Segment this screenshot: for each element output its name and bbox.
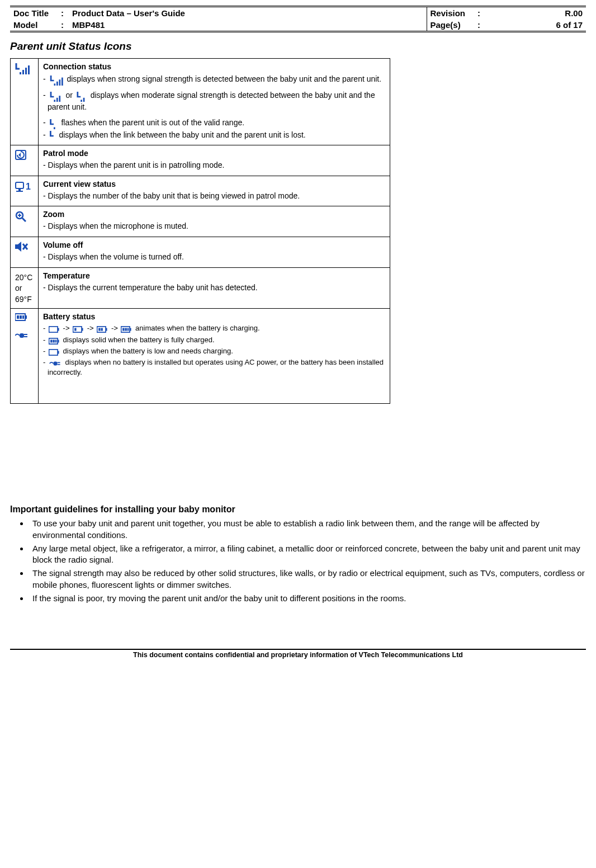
temp-line: - Displays the current temperature the b… (43, 282, 385, 294)
plug-icon (49, 360, 62, 367)
svg-rect-4 (54, 83, 55, 86)
volume-off-desc: Volume off - Displays when the volume is… (39, 237, 390, 267)
svg-marker-15 (18, 153, 21, 157)
signal-4bar-icon (15, 63, 30, 74)
svg-rect-9 (56, 98, 58, 102)
battery-2-icon (97, 326, 108, 333)
svg-rect-35 (49, 327, 58, 332)
view-status-desc: Current view status - Displays the numbe… (39, 176, 390, 206)
svg-rect-18 (16, 191, 23, 192)
svg-rect-50 (58, 339, 59, 342)
svg-rect-36 (58, 328, 59, 331)
volume-off-icon-cell (11, 237, 39, 267)
conn-line-4: - displays when the link between the bab… (43, 130, 385, 141)
temperature-icon-cell: 20°C or 69°F (11, 267, 39, 309)
view-line: - Displays the number of the baby unit t… (43, 191, 385, 202)
battery-full-icon (121, 326, 132, 333)
row-title: Connection status (43, 62, 385, 71)
connection-status-desc: Connection status - displays when strong… (39, 59, 390, 145)
svg-rect-37 (73, 327, 82, 332)
signal-3bar-icon (49, 92, 63, 102)
svg-rect-45 (130, 328, 131, 331)
svg-rect-31 (22, 315, 24, 319)
svg-rect-6 (59, 79, 60, 86)
svg-text:1: 1 (26, 182, 31, 191)
zoom-line: - Displays when the microphone is muted. (43, 221, 385, 232)
doc-header: Doc Title : Product Data – User's Guide … (10, 6, 586, 32)
svg-rect-42 (98, 328, 100, 331)
vol-line: - Displays when the volume is turned off… (43, 252, 385, 263)
conn-line-1: - displays when strong signal strength i… (43, 73, 385, 85)
status-icons-table: Connection status - displays when strong… (10, 58, 390, 404)
batt-line-1: - -> -> -> animates when the battery is … (43, 323, 385, 333)
svg-rect-3 (28, 65, 30, 74)
svg-rect-12 (83, 98, 84, 102)
signal-0bar-icon (49, 131, 56, 141)
svg-rect-5 (56, 82, 58, 86)
svg-rect-48 (127, 328, 129, 331)
plug-icon (15, 332, 29, 339)
battery-0-icon (49, 326, 60, 333)
svg-rect-2 (25, 68, 27, 74)
signal-4bar-icon (49, 76, 64, 86)
view-status-icon-cell: 1 (11, 176, 39, 206)
row-title: Current view status (43, 180, 385, 188)
conn-line-2: - or displays when moderate signal stren… (43, 89, 385, 113)
svg-rect-32 (20, 333, 24, 338)
doc-title-value: Product Data – User's Guide (69, 7, 427, 20)
battery-full-icon (15, 313, 27, 321)
svg-rect-30 (20, 315, 22, 319)
patrol-icon-cell (11, 145, 39, 176)
guideline-item: If the signal is poor, try moving the pa… (29, 593, 586, 604)
colon: : (474, 19, 485, 32)
signal-2bar-icon (76, 92, 87, 102)
svg-line-21 (22, 218, 26, 221)
colon: : (474, 7, 485, 20)
zoom-desc: Zoom - Displays when the microphone is m… (39, 206, 390, 237)
svg-rect-54 (49, 350, 58, 355)
patrol-line: - Displays when the parent unit is in pa… (43, 160, 385, 171)
svg-rect-0 (20, 72, 21, 74)
guideline-item: To use your baby unit and parent unit to… (29, 518, 586, 541)
svg-rect-39 (74, 328, 76, 331)
svg-marker-24 (15, 242, 21, 252)
svg-rect-56 (54, 362, 58, 366)
pages-value: 6 of 17 (485, 19, 586, 32)
svg-rect-53 (55, 339, 57, 342)
revision-value: R.00 (485, 7, 586, 20)
row-title: Battery status (43, 312, 385, 321)
footer: This document contains confidential and … (10, 649, 586, 659)
pages-label: Page(s) (427, 19, 474, 32)
row-title: Volume off (43, 240, 385, 249)
battery-full-icon (49, 338, 60, 345)
svg-rect-10 (59, 96, 60, 102)
battery-icon-cell (11, 309, 39, 404)
svg-rect-41 (106, 328, 107, 331)
model-value: MBP481 (69, 19, 427, 32)
patrol-icon (15, 150, 26, 160)
volume-off-icon (15, 242, 29, 252)
batt-line-2: - displays solid when the battery is ful… (43, 335, 385, 345)
model-label: Model (10, 19, 58, 32)
camera-1-icon: 1 (15, 181, 31, 192)
svg-rect-1 (22, 70, 24, 74)
conn-line-3: - flashes when the parent unit is out of… (43, 117, 385, 129)
revision-label: Revision (427, 7, 474, 20)
row-title: Temperature (43, 271, 385, 280)
svg-rect-52 (53, 339, 54, 342)
guidelines-title: Important guidelines for installing your… (10, 504, 586, 515)
svg-rect-51 (50, 339, 52, 342)
guideline-item: The signal strength may also be reduced … (29, 568, 586, 591)
zoom-icon-cell (11, 206, 39, 237)
zoom-icon (15, 211, 26, 222)
svg-rect-47 (125, 328, 127, 331)
connection-status-icon-cell (11, 59, 39, 145)
temperature-desc: Temperature - Displays the current tempe… (39, 267, 390, 309)
batt-line-4: - displays when no battery is installed … (43, 357, 385, 378)
svg-rect-43 (101, 328, 103, 331)
battery-empty-icon (49, 349, 60, 356)
guidelines-list: To use your baby unit and parent unit to… (10, 518, 586, 604)
battery-desc: Battery status - -> -> -> animates when … (39, 309, 390, 404)
patrol-desc: Patrol mode - Displays when the parent u… (39, 145, 390, 176)
svg-rect-16 (16, 182, 23, 188)
